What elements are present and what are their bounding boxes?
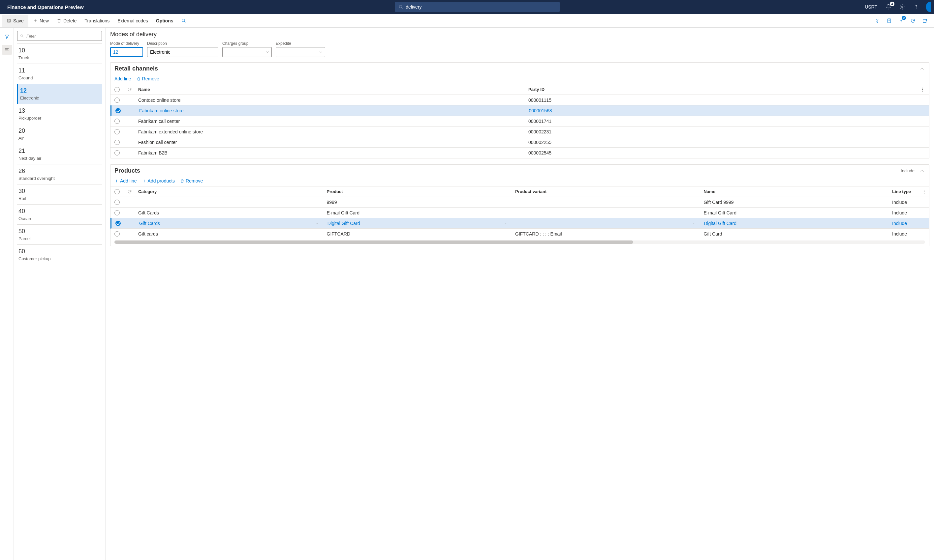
product-row[interactable]: Gift CardsDigital Gift CardDigital Gift …	[111, 218, 929, 229]
mode-item[interactable]: 40Ocean	[17, 204, 102, 224]
translations-button[interactable]: Translations	[81, 16, 113, 25]
retail-party-cell[interactable]: 000001741	[526, 117, 916, 126]
chevron-down-icon[interactable]	[503, 221, 508, 226]
product-row[interactable]: Gift cardsGIFTCARDGIFTCARD : : : : Email…	[111, 229, 929, 239]
row-select[interactable]	[114, 200, 120, 205]
products-add-products-button[interactable]: Add products	[142, 178, 175, 183]
product-variant-cell[interactable]	[513, 200, 701, 204]
mode-item[interactable]: 50Parcel	[17, 224, 102, 245]
retail-row[interactable]: Fabrikam call center000001741	[111, 116, 929, 126]
notifications-button[interactable]: 4	[885, 3, 892, 11]
products-col-name[interactable]: Name	[701, 189, 890, 194]
mode-item[interactable]: 12Electronic	[17, 84, 102, 104]
side-filter[interactable]	[17, 31, 102, 41]
mode-item[interactable]: 60Customer pickup	[17, 245, 102, 265]
retail-party-cell[interactable]: 000001568	[526, 106, 916, 115]
product-category-cell[interactable]: Gift Cards	[136, 208, 324, 217]
kebab-icon[interactable]	[920, 87, 925, 92]
retail-name-cell[interactable]: Fabrikam B2B	[136, 148, 526, 157]
products-col-product[interactable]: Product	[324, 189, 513, 194]
product-variant-cell[interactable]	[513, 211, 701, 215]
side-filter-input[interactable]	[26, 34, 99, 38]
product-row[interactable]: Gift CardsE-mail Gift CardE-mail Gift Ca…	[111, 208, 929, 218]
products-col-linetype[interactable]: Line type	[889, 189, 919, 194]
product-product-cell[interactable]: E-mail Gift Card	[324, 208, 513, 217]
retail-name-cell[interactable]: Contoso online store	[136, 95, 526, 105]
retail-row[interactable]: Fabrikam extended online store000002231	[111, 126, 929, 137]
product-product-cell[interactable]: GIFTCARD	[324, 229, 513, 238]
products-col-variant[interactable]: Product variant	[513, 189, 701, 194]
retail-name-cell[interactable]: Fashion call center	[136, 138, 526, 147]
global-search-input[interactable]	[406, 4, 556, 9]
save-button[interactable]: Save	[2, 15, 28, 27]
row-select[interactable]	[114, 129, 120, 134]
mode-input[interactable]	[110, 47, 143, 57]
row-select[interactable]	[114, 140, 120, 145]
retail-col-name[interactable]: Name	[136, 87, 526, 92]
products-hscroll[interactable]	[114, 240, 925, 244]
retail-party-cell[interactable]: 000002545	[526, 148, 916, 157]
mode-item[interactable]: 10Truck	[17, 43, 102, 63]
product-category-cell[interactable]: Gift Cards	[137, 219, 325, 228]
products-select-all[interactable]	[114, 189, 120, 194]
product-name-cell[interactable]: Digital Gift Card	[701, 219, 889, 228]
avatar[interactable]	[926, 2, 931, 12]
rail-list-button[interactable]	[2, 45, 12, 55]
company-code[interactable]: USRT	[863, 4, 878, 9]
products-hscroll-thumb[interactable]	[114, 240, 633, 244]
retail-name-cell[interactable]: Fabrikam call center	[136, 117, 526, 126]
retail-col-party[interactable]: Party ID	[526, 87, 916, 92]
mode-item[interactable]: 13Pickuporder	[17, 104, 102, 124]
products-add-line-button[interactable]: Add line	[114, 178, 137, 183]
retail-row[interactable]: Fabrikam online store000001568	[111, 105, 929, 116]
retail-party-cell[interactable]: 000001115	[526, 95, 916, 105]
new-button[interactable]: New	[30, 16, 52, 25]
row-select[interactable]	[114, 210, 120, 215]
product-linetype-cell[interactable]: Include	[889, 208, 919, 217]
retail-remove-button[interactable]: Remove	[137, 76, 159, 82]
charges-input[interactable]	[222, 47, 272, 57]
global-search[interactable]	[395, 2, 560, 12]
mode-item[interactable]: 26Standard overnight	[17, 164, 102, 184]
row-select[interactable]	[116, 221, 121, 226]
retail-name-cell[interactable]: Fabrikam extended online store	[136, 127, 526, 136]
products-col-category[interactable]: Category	[136, 189, 324, 194]
row-select[interactable]	[114, 150, 120, 155]
product-linetype-cell[interactable]: Include	[889, 219, 919, 228]
delete-button[interactable]: Delete	[53, 16, 80, 25]
options-button[interactable]: Options	[153, 16, 177, 25]
retail-row[interactable]: Fabrikam B2B000002545	[111, 148, 929, 158]
mode-item[interactable]: 20Air	[17, 124, 102, 144]
products-remove-button[interactable]: Remove	[180, 178, 203, 183]
chevron-down-icon[interactable]	[315, 221, 320, 226]
product-linetype-cell[interactable]: Include	[889, 198, 919, 207]
description-input[interactable]	[147, 47, 218, 57]
help-button[interactable]	[912, 3, 920, 11]
mode-item[interactable]: 11Ground	[17, 63, 102, 84]
product-category-cell[interactable]	[136, 200, 324, 204]
retail-header[interactable]: Retail channels	[111, 63, 929, 75]
chevron-up-icon[interactable]	[919, 66, 925, 72]
product-product-cell[interactable]: Digital Gift Card	[325, 219, 513, 228]
retail-party-cell[interactable]: 000002231	[526, 127, 916, 136]
refresh-button[interactable]	[909, 17, 917, 25]
product-category-cell[interactable]: Gift cards	[136, 229, 324, 238]
expedite-input[interactable]	[276, 47, 325, 57]
chevron-down-icon[interactable]	[691, 221, 696, 226]
retail-add-line-button[interactable]: Add line	[114, 76, 131, 82]
action-search-button[interactable]	[178, 17, 189, 25]
rail-filter-button[interactable]	[3, 32, 11, 41]
retail-select-all[interactable]	[114, 87, 120, 92]
product-row[interactable]: 9999Gift Card 9999Include	[111, 197, 929, 208]
page-link-button[interactable]	[885, 17, 893, 25]
refresh-icon[interactable]	[127, 189, 132, 194]
retail-party-cell[interactable]: 000002255	[526, 138, 916, 147]
external-codes-button[interactable]: External codes	[114, 16, 151, 25]
product-name-cell[interactable]: Gift Card	[701, 229, 890, 238]
mode-item[interactable]: 30Rail	[17, 184, 102, 204]
chevron-up-icon[interactable]	[919, 168, 925, 174]
mode-item[interactable]: 21Next day air	[17, 144, 102, 164]
row-select[interactable]	[114, 97, 120, 103]
products-header[interactable]: Products Include	[111, 165, 929, 177]
row-select[interactable]	[116, 108, 121, 113]
